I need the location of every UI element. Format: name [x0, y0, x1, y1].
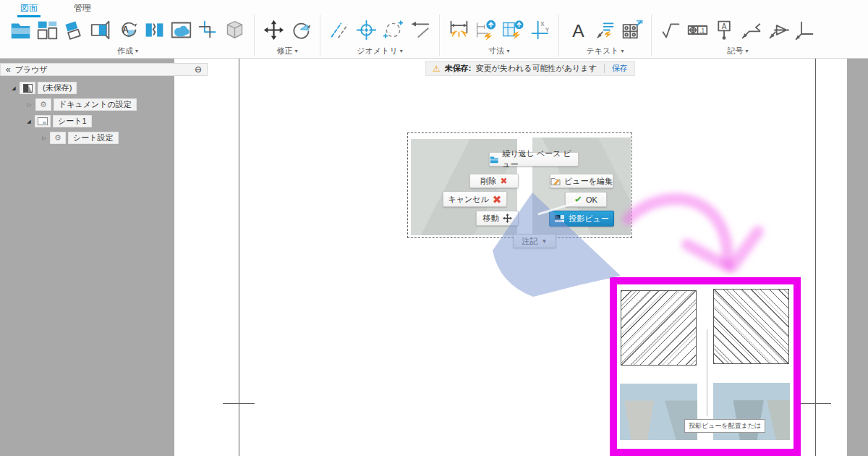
- detail-view-icon: A: [116, 19, 139, 41]
- chevron-down-icon: ▾: [400, 48, 403, 54]
- center-mark-icon: [355, 19, 378, 41]
- coordinate-dimension-button[interactable]: XY: [526, 15, 553, 44]
- breakout-view-button[interactable]: [168, 15, 195, 44]
- warning-message: 変更が失われる可能性があります: [475, 63, 596, 74]
- canvas-outside-sheet: [847, 59, 868, 456]
- expanded-arrow-icon[interactable]: ◢: [10, 85, 17, 91]
- dropdown-arrow-icon: ▼: [542, 238, 548, 245]
- table-icon: [621, 19, 643, 41]
- projected-view-menu-button[interactable]: 投影ビュー: [549, 211, 614, 227]
- tree-item-document[interactable]: ◢ (未保存): [0, 80, 174, 96]
- baseline-dimension-button[interactable]: [472, 15, 499, 44]
- delete-button[interactable]: 削除 ✖: [469, 174, 519, 188]
- tree-item-document-settings[interactable]: ▷ ⚙ ドキュメントの設定: [0, 96, 174, 113]
- group-label-symbols[interactable]: 記号▾: [727, 45, 748, 56]
- sheet-icon: [35, 115, 51, 127]
- part-silhouette: [624, 400, 654, 440]
- svg-text:.1: .1: [699, 28, 705, 34]
- group-label-create[interactable]: 作成▾: [117, 45, 138, 56]
- tree-item-sheet-settings[interactable]: ▷ ⚙ シート設定: [0, 130, 174, 146]
- center-mark-button[interactable]: [353, 15, 380, 44]
- leader-text-icon: [594, 19, 616, 41]
- circle-pattern-icon: [382, 19, 404, 41]
- coordinate-dimension-icon: XY: [528, 19, 550, 41]
- surface-texture-button[interactable]: [658, 15, 684, 44]
- leader-text-button[interactable]: [592, 15, 618, 44]
- base-view-mini-icon: [490, 155, 498, 164]
- group-dimension: XY 寸法▾: [440, 14, 559, 56]
- edge-extension-button[interactable]: [407, 15, 433, 44]
- group-geometry: ジオメトリ▾: [320, 14, 440, 56]
- divider: [604, 64, 605, 73]
- group-symbols: .1 A 記号▾: [652, 14, 824, 56]
- document-icon: [20, 82, 35, 94]
- svg-text:Y: Y: [545, 27, 550, 33]
- browser-title: ブラウザ: [15, 64, 48, 75]
- dimension-button[interactable]: [446, 15, 472, 44]
- weld-symbol-icon: [740, 19, 762, 41]
- collapsed-arrow-icon[interactable]: ▷: [41, 135, 48, 141]
- edge-extension-icon: [409, 19, 431, 41]
- linear-dimension-icon: [448, 19, 470, 41]
- group-modify: 修正▾: [255, 14, 320, 56]
- sheet-border-left: [239, 59, 239, 456]
- base-view-button[interactable]: [7, 15, 34, 44]
- expanded-arrow-icon[interactable]: ◢: [25, 119, 33, 124]
- breakout-view-icon: [170, 19, 192, 41]
- tree-item-sheet1[interactable]: ◢ シート1: [0, 113, 174, 130]
- cancel-button[interactable]: キャンセル ✖: [443, 191, 507, 207]
- collapsed-arrow-icon[interactable]: ▷: [26, 102, 33, 108]
- sheet-center-tick-left: [223, 403, 255, 404]
- sheet-center-tick-right: [799, 403, 831, 404]
- center-mark-pattern-button[interactable]: [380, 15, 407, 44]
- ok-button[interactable]: ✔ OK: [565, 192, 607, 207]
- section-view-button[interactable]: [88, 15, 114, 44]
- annotation-dropdown[interactable]: 注記 ▼: [513, 234, 556, 248]
- group-label-dimension[interactable]: 寸法▾: [488, 45, 509, 56]
- table-button[interactable]: [618, 15, 645, 44]
- fusion-drawing-window: 図面 管理: [0, 0, 868, 456]
- svg-text:A: A: [722, 22, 727, 30]
- chevron-down-icon: ▾: [294, 48, 297, 54]
- datum-identifier-icon: A: [713, 19, 736, 41]
- datum-identifier-button[interactable]: A: [711, 15, 738, 44]
- center-line: [707, 329, 707, 416]
- green-check-icon: ✔: [574, 195, 582, 204]
- repeat-base-view-button[interactable]: 繰り返し ベース ビュー: [489, 152, 579, 166]
- browser-panel-header[interactable]: « ブラウザ ⊖: [0, 63, 208, 76]
- hide-all-icon[interactable]: ⊖: [195, 65, 202, 74]
- svg-text:A: A: [122, 25, 129, 35]
- drawing-views-button[interactable]: [34, 15, 61, 44]
- ordinate-dimension-button[interactable]: [499, 15, 526, 44]
- baseline-dimension-icon: [475, 19, 497, 41]
- red-x-icon: ✖: [500, 177, 507, 185]
- collapse-panel-icon[interactable]: «: [6, 65, 11, 74]
- group-label-text[interactable]: テキスト▾: [586, 45, 624, 56]
- break-view-button[interactable]: [141, 15, 168, 44]
- detail-view-button[interactable]: A: [114, 15, 141, 44]
- weld-symbol-button[interactable]: [738, 15, 765, 44]
- feature-control-frame-button[interactable]: .1: [684, 15, 711, 44]
- feature-control-frame-icon: .1: [686, 19, 709, 41]
- crop-view-button[interactable]: [195, 15, 221, 44]
- tree-item-label: シート設定: [68, 132, 119, 144]
- part-silhouette: [767, 400, 790, 440]
- edge-symbol-button[interactable]: [791, 15, 818, 44]
- move-icon: [263, 19, 285, 41]
- group-label-geometry[interactable]: ジオメトリ▾: [357, 45, 402, 56]
- group-label-modify[interactable]: 修正▾: [276, 45, 297, 56]
- text-button[interactable]: A: [565, 15, 592, 44]
- projected-view-mini-icon: [554, 214, 565, 223]
- taper-symbol-button[interactable]: [765, 15, 791, 44]
- save-link[interactable]: 保存: [612, 63, 628, 74]
- projected-view-icon: [63, 19, 85, 41]
- move-button-menu[interactable]: 移動: [476, 211, 519, 226]
- tree-item-label: (未保存): [38, 82, 77, 94]
- projected-view-button[interactable]: [61, 15, 88, 44]
- edit-view-button[interactable]: ビューを編集: [550, 174, 613, 188]
- centerline-button[interactable]: [326, 15, 353, 44]
- move-button[interactable]: [260, 15, 287, 44]
- rotate-button[interactable]: [287, 15, 314, 44]
- group-create: A 作成▾: [1, 14, 255, 56]
- exploded-view-button[interactable]: [221, 15, 248, 44]
